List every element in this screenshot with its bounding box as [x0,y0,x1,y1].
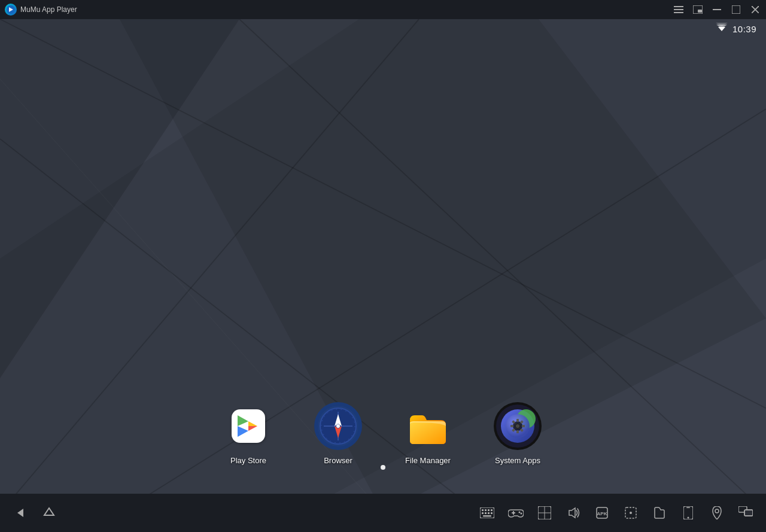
pip-button[interactable] [692,4,704,16]
page-dot-1 [381,465,385,470]
titlebar-title: MuMu App Player [20,5,77,14]
system-apps-icon [494,402,542,450]
maximize-button[interactable] [730,4,742,16]
content-layer: 10:39 [0,19,766,513]
svg-point-20 [336,424,340,428]
svg-rect-49 [483,515,491,517]
browser-icon [314,402,362,450]
android-screen: 10:39 [0,19,766,513]
play-store-label: Play Store [230,456,266,465]
svg-rect-30 [522,425,525,427]
svg-point-64 [688,517,689,519]
svg-rect-3 [674,12,683,13]
titlebar: MuMu App Player [0,0,766,19]
app-file-manager[interactable]: File Manager [398,402,458,465]
app-browser[interactable]: Browser [308,402,368,465]
wifi-icon [716,23,728,35]
svg-rect-28 [516,419,519,422]
svg-rect-5 [698,10,702,13]
apps-area: Play Store [0,402,766,465]
titlebar-controls [673,4,761,16]
svg-rect-6 [713,9,721,10]
app-logo [5,4,17,16]
file-manager-label: File Manager [405,456,451,465]
titlebar-left: MuMu App Player [5,4,77,16]
svg-point-37 [516,424,519,428]
minimize-button[interactable] [711,4,723,16]
system-apps-label: System Apps [495,456,540,465]
menu-button[interactable] [673,4,685,16]
svg-rect-7 [732,5,740,14]
status-bar: 10:39 [0,19,766,38]
app-play-store[interactable]: Play Store [218,402,278,465]
app-system-apps[interactable]: System Apps [488,402,548,465]
file-manager-icon [404,402,452,450]
app-grid: Play Store [218,402,548,465]
svg-rect-32 [516,430,519,433]
svg-rect-34 [510,425,513,427]
browser-label: Browser [324,456,352,465]
svg-rect-1 [674,6,683,7]
time-display: 10:39 [732,24,756,34]
play-store-icon [224,402,272,450]
page-indicator [381,465,385,470]
close-button[interactable] [749,4,761,16]
svg-rect-2 [674,9,683,10]
